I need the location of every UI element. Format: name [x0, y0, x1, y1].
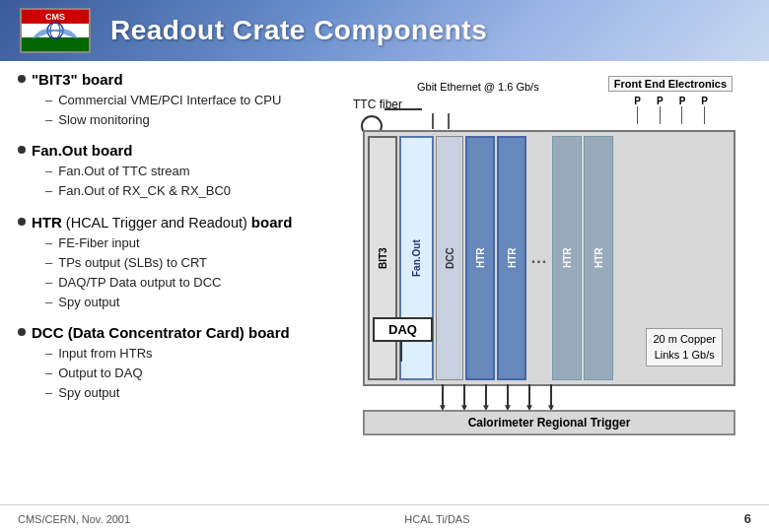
- down-arrow-3: ▼: [485, 384, 487, 406]
- right-column: Front End Electronics P P P: [353, 71, 751, 479]
- bullet-fanout: [18, 146, 26, 154]
- down-arrows: ▼ ▼ ▼ ▼ ▼ ▼: [442, 384, 723, 406]
- list-item: – Spy output: [45, 293, 293, 312]
- daq-region: DAQ: [373, 317, 433, 362]
- down-arrow-2: ▼: [463, 384, 465, 406]
- down-arrow-5: ▼: [528, 384, 530, 406]
- title-dcc: DCC (Data Concentrator Card) board: [32, 324, 290, 341]
- list-item: – Fan.Out of TTC stream: [45, 162, 231, 181]
- gbit-label: Gbit Ethernet @ 1.6 Gb/s: [417, 81, 539, 93]
- footer-page: 6: [744, 511, 751, 526]
- down-arrow-6: ▼: [550, 384, 552, 406]
- svg-rect-2: [22, 37, 89, 51]
- p-line-4: [704, 106, 705, 124]
- ffe-label: Front End Electronics: [608, 76, 733, 92]
- title-fanout: Fan.Out board: [32, 142, 231, 159]
- list-item: – Spy output: [45, 383, 290, 403]
- main-content: "BIT3" board – Commercial VME/PCI Interf…: [0, 61, 769, 485]
- list-item: – Fan.Out of RX_CK & RX_BC0: [45, 181, 231, 201]
- board-dcc: DCC: [436, 136, 463, 380]
- bullet-bit3: [18, 75, 26, 83]
- subitems-bit3: – Commercial VME/PCI Interface to CPU – …: [45, 91, 281, 130]
- title-bit3: "BIT3" board: [32, 71, 281, 88]
- p-conn-4: P: [701, 96, 708, 124]
- copper-label: 20 m Copper Links 1 Gb/s: [646, 328, 723, 366]
- down-arrow-4: ▼: [507, 384, 509, 406]
- p-line-2: [660, 106, 661, 124]
- list-item: – Input from HTRs: [45, 344, 290, 364]
- board-htr3: HTR: [552, 136, 582, 380]
- conn-line-1: [432, 113, 434, 129]
- p-conn-1: P: [634, 96, 641, 124]
- crt-box: Calorimeter Regional Trigger: [363, 410, 735, 435]
- board-htr4: HTR: [584, 136, 613, 380]
- bullet-htr: [18, 218, 26, 226]
- subitems-dcc: – Input from HTRs – Output to DAQ – Spy …: [45, 344, 290, 403]
- p-conn-3: P: [679, 96, 686, 124]
- svg-text:CMS: CMS: [45, 12, 65, 22]
- p-line-3: [681, 106, 682, 124]
- list-item: – TPs output (SLBs) to CRT: [45, 253, 293, 273]
- list-item: – Slow monitoring: [45, 110, 281, 130]
- page-footer: CMS/CERN, Nov. 2001 HCAL Ti/DAS 6: [0, 504, 769, 532]
- section-fanout: Fan.Out board – Fan.Out of TTC stream – …: [18, 142, 343, 201]
- boards-dots: ...: [528, 136, 550, 380]
- ttc-arrow: [384, 108, 422, 110]
- subitems-fanout: – Fan.Out of TTC stream – Fan.Out of RX_…: [45, 162, 231, 201]
- conn-line-2: [448, 113, 450, 129]
- list-item: – Commercial VME/PCI Interface to CPU: [45, 91, 281, 110]
- board-htr2: HTR: [497, 136, 526, 380]
- p-line-1: [637, 106, 638, 124]
- footer-left: CMS/CERN, Nov. 2001: [18, 513, 130, 525]
- bullet-dcc: [18, 328, 26, 336]
- crate-diagram: Front End Electronics P P P: [353, 76, 737, 440]
- list-item: – Output to DAQ: [45, 364, 290, 383]
- list-item: – FE-Fiber input: [45, 233, 293, 253]
- subitems-htr: – FE-Fiber input – TPs output (SLBs) to …: [45, 233, 293, 313]
- page-title: Readout Crate Components: [110, 15, 487, 46]
- cms-logo: CMS: [20, 8, 91, 53]
- section-htr: HTR (HCAL Trigger and Readout) board – F…: [18, 214, 343, 313]
- board-htr1: HTR: [465, 136, 495, 380]
- daq-box: DAQ: [373, 317, 433, 342]
- p-connectors-row: P P P P: [634, 96, 708, 124]
- page-header: CMS Readout Crate Components: [0, 0, 769, 61]
- footer-center: HCAL Ti/DAS: [404, 513, 469, 525]
- list-item: – DAQ/TP Data output to DCC: [45, 273, 293, 293]
- section-bit3: "BIT3" board – Commercial VME/PCI Interf…: [18, 71, 343, 130]
- title-htr: HTR (HCAL Trigger and Readout) board: [32, 214, 293, 231]
- down-arrow-1: ▼: [442, 384, 444, 406]
- logo-svg: CMS: [22, 10, 89, 51]
- right-arrows: [432, 113, 450, 129]
- left-column: "BIT3" board – Commercial VME/PCI Interf…: [18, 71, 353, 479]
- p-conn-2: P: [657, 96, 664, 124]
- daq-up-line: [400, 342, 402, 362]
- section-dcc: DCC (Data Concentrator Card) board – Inp…: [18, 324, 343, 403]
